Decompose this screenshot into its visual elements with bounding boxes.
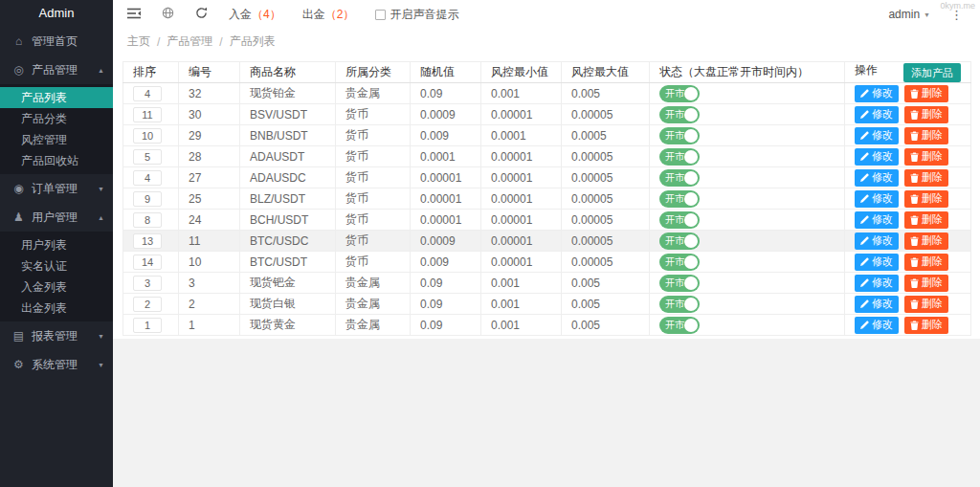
status-toggle[interactable]: 开市 <box>659 232 700 250</box>
edit-button[interactable]: 修改 <box>855 106 899 123</box>
status-toggle-label: 开市 <box>665 298 684 311</box>
status-toggle[interactable]: 开市 <box>659 275 700 292</box>
table-row: 1现货黄金贵金属0.090.0010.005开市修改删除 <box>123 315 971 336</box>
chevron-down-icon: ▼ <box>98 333 104 340</box>
sort-input[interactable] <box>133 212 162 228</box>
sort-input[interactable] <box>133 149 162 165</box>
edit-button[interactable]: 修改 <box>855 211 899 229</box>
status-toggle[interactable]: 开市 <box>659 148 700 166</box>
status-toggle[interactable]: 开市 <box>659 85 700 102</box>
cell-random-value: 0.00001 <box>411 167 481 188</box>
sound-alert-toggle[interactable]: 开启声音提示 <box>365 0 469 29</box>
sidebar-item-home[interactable]: ⌂管理首页 <box>0 27 113 55</box>
cell-product-name: ADAUSDT <box>240 146 336 167</box>
sidebar-collapse-button[interactable] <box>117 0 151 29</box>
sidebar-item-product-category[interactable]: 产品分类 <box>0 108 113 129</box>
pencil-icon <box>860 236 869 245</box>
edit-button[interactable]: 修改 <box>855 317 899 334</box>
breadcrumb-item[interactable]: 主页 <box>127 33 150 50</box>
sidebar-item-product[interactable]: ◎产品管理▲ <box>0 55 113 84</box>
delete-button[interactable]: 删除 <box>904 127 948 144</box>
app-window: Admin ⌂管理首页◎产品管理▲产品列表产品分类风控管理产品回收站◉订单管理▼… <box>0 0 980 487</box>
delete-button[interactable]: 删除 <box>904 190 948 208</box>
table-row: 2现货白银贵金属0.090.0010.005开市修改删除 <box>123 294 971 315</box>
edit-button[interactable]: 修改 <box>855 296 899 313</box>
trash-icon <box>910 131 919 141</box>
edit-button[interactable]: 修改 <box>855 254 899 271</box>
order-icon: ◉ <box>11 182 26 195</box>
sidebar-item-risk-manage[interactable]: 风控管理 <box>0 129 113 150</box>
sidebar-item-label: 用户管理 <box>32 210 78 226</box>
status-toggle[interactable]: 开市 <box>659 254 700 271</box>
delete-button[interactable]: 删除 <box>904 317 948 334</box>
status-toggle[interactable]: 开市 <box>659 317 700 334</box>
sidebar-item-product-recycle[interactable]: 产品回收站 <box>0 150 113 171</box>
status-toggle[interactable]: 开市 <box>659 296 700 313</box>
cell-risk-max: 0.0005 <box>562 125 650 146</box>
withdraw-notice-button[interactable]: 出金（2） <box>292 0 366 29</box>
edit-button[interactable]: 修改 <box>855 85 899 102</box>
sort-input[interactable] <box>133 86 162 101</box>
sidebar-item-realname-auth[interactable]: 实名认证 <box>0 255 113 277</box>
pencil-icon <box>860 215 869 224</box>
status-toggle-label: 开市 <box>665 277 684 290</box>
sidebar-subitem-label: 风控管理 <box>21 132 67 148</box>
language-globe-button[interactable] <box>151 0 185 29</box>
sort-input[interactable] <box>133 170 162 186</box>
sort-input[interactable] <box>133 255 162 270</box>
edit-button[interactable]: 修改 <box>855 148 899 166</box>
sidebar-item-withdraw-list[interactable]: 出金列表 <box>0 298 113 319</box>
status-toggle[interactable]: 开市 <box>659 211 700 229</box>
delete-button[interactable]: 删除 <box>904 254 948 271</box>
cell-product-name: BCH/USDT <box>240 210 336 231</box>
cell-category: 贵金属 <box>336 83 411 104</box>
chevron-up-icon: ▲ <box>98 214 104 221</box>
delete-button[interactable]: 删除 <box>904 169 948 187</box>
edit-button[interactable]: 修改 <box>855 190 899 208</box>
table-row: 24BCH/USDT货币0.000010.000010.00005开市修改删除 <box>123 210 971 231</box>
delete-button[interactable]: 删除 <box>904 85 948 102</box>
add-product-button[interactable]: 添加产品 <box>903 63 961 82</box>
sidebar-item-report[interactable]: ▤报表管理▼ <box>0 321 113 350</box>
delete-button[interactable]: 删除 <box>904 275 948 292</box>
delete-button-label: 删除 <box>922 276 943 290</box>
edit-button[interactable]: 修改 <box>855 232 899 250</box>
cell-risk-min: 0.00001 <box>481 104 562 125</box>
refresh-button[interactable] <box>185 0 218 29</box>
sort-input[interactable] <box>133 128 162 144</box>
cell-risk-max: 0.00005 <box>562 231 650 252</box>
edit-button[interactable]: 修改 <box>855 127 899 144</box>
sound-checkbox[interactable] <box>375 10 386 20</box>
sort-input[interactable] <box>133 191 162 207</box>
sort-input[interactable] <box>133 276 162 291</box>
sort-input[interactable] <box>133 233 162 249</box>
delete-button[interactable]: 删除 <box>904 106 948 123</box>
delete-button[interactable]: 删除 <box>904 148 948 166</box>
status-toggle[interactable]: 开市 <box>659 127 700 144</box>
sidebar-item-product-list[interactable]: 产品列表 <box>0 87 113 108</box>
sort-input[interactable] <box>133 297 162 312</box>
column-header-label: 操作 <box>855 63 878 77</box>
edit-button-label: 修改 <box>872 191 893 206</box>
status-toggle[interactable]: 开市 <box>659 169 700 187</box>
sidebar-item-user[interactable]: ♟用户管理▲ <box>0 203 113 232</box>
deposit-notice-button[interactable]: 入金（4） <box>218 0 292 29</box>
delete-button[interactable]: 删除 <box>904 211 948 229</box>
sidebar-item-deposit-list[interactable]: 入金列表 <box>0 277 113 298</box>
sort-input[interactable] <box>133 107 162 122</box>
status-toggle[interactable]: 开市 <box>659 106 700 123</box>
status-toggle[interactable]: 开市 <box>659 190 700 208</box>
user-menu-button[interactable]: admin ▼ <box>878 8 941 21</box>
edit-button[interactable]: 修改 <box>855 169 899 187</box>
sidebar-item-label: 系统管理 <box>32 357 78 373</box>
breadcrumb-item[interactable]: 产品管理 <box>167 33 212 50</box>
breadcrumb-separator: / <box>157 35 160 49</box>
sidebar-item-order[interactable]: ◉订单管理▼ <box>0 174 113 203</box>
sort-input[interactable] <box>133 318 162 333</box>
edit-button[interactable]: 修改 <box>855 275 899 292</box>
edit-button-label: 修改 <box>872 170 893 185</box>
delete-button[interactable]: 删除 <box>904 296 948 313</box>
delete-button[interactable]: 删除 <box>904 232 948 250</box>
sidebar-item-system[interactable]: ⚙系统管理▼ <box>0 350 113 379</box>
sidebar-item-user-list[interactable]: 用户列表 <box>0 234 113 255</box>
